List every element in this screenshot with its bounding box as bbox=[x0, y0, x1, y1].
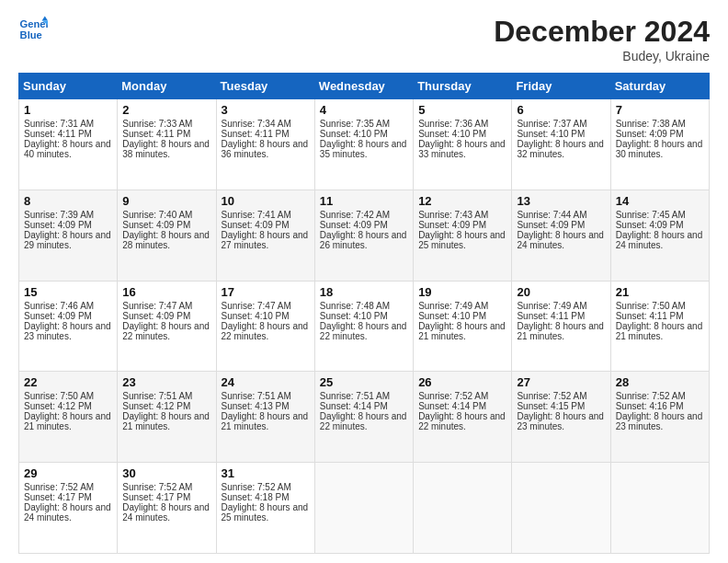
logo-icon: General Blue bbox=[18, 15, 48, 44]
daylight-text: Daylight: 8 hours and 21 minutes. bbox=[616, 321, 703, 341]
day-number: 18 bbox=[320, 285, 408, 299]
sunrise-text: Sunrise: 7:47 AM bbox=[222, 301, 291, 311]
daylight-text: Daylight: 8 hours and 23 minutes. bbox=[24, 321, 111, 341]
sunset-text: Sunset: 4:11 PM bbox=[517, 311, 585, 321]
svg-text:Blue: Blue bbox=[20, 29, 42, 40]
sunset-text: Sunset: 4:16 PM bbox=[616, 401, 684, 411]
sunrise-text: Sunrise: 7:39 AM bbox=[24, 210, 94, 220]
main-title: December 2024 bbox=[494, 15, 710, 49]
sunrise-text: Sunrise: 7:36 AM bbox=[418, 119, 488, 129]
sunset-text: Sunset: 4:15 PM bbox=[517, 401, 585, 411]
day-number: 2 bbox=[122, 103, 210, 117]
day-number: 7 bbox=[616, 103, 704, 117]
calendar-table: SundayMondayTuesdayWednesdayThursdayFrid… bbox=[18, 73, 710, 554]
day-number: 16 bbox=[122, 285, 210, 299]
calendar-cell: 28Sunrise: 7:52 AMSunset: 4:16 PMDayligh… bbox=[610, 372, 709, 463]
calendar-cell: 15Sunrise: 7:46 AMSunset: 4:09 PMDayligh… bbox=[19, 281, 118, 372]
day-number: 17 bbox=[222, 285, 310, 299]
sunset-text: Sunset: 4:11 PM bbox=[24, 129, 92, 139]
daylight-text: Daylight: 8 hours and 22 minutes. bbox=[320, 321, 407, 341]
sunrise-text: Sunrise: 7:35 AM bbox=[320, 119, 390, 129]
daylight-text: Daylight: 8 hours and 24 minutes. bbox=[122, 502, 210, 523]
calendar-cell: 11Sunrise: 7:42 AMSunset: 4:09 PMDayligh… bbox=[314, 190, 413, 281]
logo: General Blue bbox=[18, 15, 48, 44]
sunset-text: Sunset: 4:09 PM bbox=[222, 220, 290, 230]
calendar-cell: 5Sunrise: 7:36 AMSunset: 4:10 PMDaylight… bbox=[414, 99, 512, 190]
col-header-monday: Monday bbox=[118, 74, 216, 99]
day-number: 26 bbox=[418, 375, 506, 389]
day-number: 19 bbox=[418, 285, 506, 299]
daylight-text: Daylight: 8 hours and 22 minutes. bbox=[320, 411, 407, 431]
day-number: 27 bbox=[517, 375, 605, 389]
sunrise-text: Sunrise: 7:48 AM bbox=[320, 301, 390, 311]
sunrise-text: Sunrise: 7:41 AM bbox=[222, 210, 291, 220]
day-number: 29 bbox=[24, 466, 112, 480]
daylight-text: Daylight: 8 hours and 24 minutes. bbox=[24, 502, 111, 523]
sunset-text: Sunset: 4:10 PM bbox=[418, 311, 486, 321]
sunset-text: Sunset: 4:09 PM bbox=[418, 220, 486, 230]
sunrise-text: Sunrise: 7:47 AM bbox=[122, 301, 192, 311]
day-number: 14 bbox=[616, 194, 704, 208]
title-block: December 2024 Budey, Ukraine bbox=[494, 15, 710, 63]
sunrise-text: Sunrise: 7:51 AM bbox=[122, 391, 192, 401]
day-number: 10 bbox=[222, 194, 310, 208]
sunrise-text: Sunrise: 7:50 AM bbox=[616, 301, 686, 311]
calendar-cell: 19Sunrise: 7:49 AMSunset: 4:10 PMDayligh… bbox=[414, 281, 512, 372]
sunrise-text: Sunrise: 7:42 AM bbox=[320, 210, 390, 220]
daylight-text: Daylight: 8 hours and 32 minutes. bbox=[517, 139, 604, 159]
sunset-text: Sunset: 4:17 PM bbox=[24, 492, 92, 502]
day-number: 22 bbox=[24, 375, 112, 389]
day-number: 5 bbox=[418, 103, 506, 117]
calendar-cell: 8Sunrise: 7:39 AMSunset: 4:09 PMDaylight… bbox=[19, 190, 118, 281]
sunset-text: Sunset: 4:14 PM bbox=[418, 401, 486, 411]
daylight-text: Daylight: 8 hours and 24 minutes. bbox=[517, 230, 604, 250]
daylight-text: Daylight: 8 hours and 23 minutes. bbox=[616, 411, 703, 431]
day-number: 23 bbox=[122, 375, 210, 389]
day-number: 6 bbox=[517, 103, 605, 117]
sunset-text: Sunset: 4:09 PM bbox=[24, 311, 92, 321]
sunset-text: Sunset: 4:18 PM bbox=[222, 492, 290, 502]
col-header-thursday: Thursday bbox=[414, 74, 512, 99]
day-number: 4 bbox=[320, 103, 408, 117]
daylight-text: Daylight: 8 hours and 24 minutes. bbox=[616, 230, 703, 250]
sunrise-text: Sunrise: 7:33 AM bbox=[122, 119, 192, 129]
day-number: 8 bbox=[24, 194, 112, 208]
sunrise-text: Sunrise: 7:45 AM bbox=[616, 210, 686, 220]
calendar-cell: 23Sunrise: 7:51 AMSunset: 4:12 PMDayligh… bbox=[118, 372, 216, 463]
calendar-cell: 12Sunrise: 7:43 AMSunset: 4:09 PMDayligh… bbox=[414, 190, 512, 281]
calendar-cell: 20Sunrise: 7:49 AMSunset: 4:11 PMDayligh… bbox=[512, 281, 610, 372]
col-header-wednesday: Wednesday bbox=[314, 74, 413, 99]
day-number: 20 bbox=[517, 285, 605, 299]
sunset-text: Sunset: 4:11 PM bbox=[222, 129, 290, 139]
daylight-text: Daylight: 8 hours and 25 minutes. bbox=[418, 230, 506, 250]
day-number: 12 bbox=[418, 194, 506, 208]
day-number: 24 bbox=[222, 375, 310, 389]
sunset-text: Sunset: 4:10 PM bbox=[517, 129, 585, 139]
week-row-1: 1Sunrise: 7:31 AMSunset: 4:11 PMDaylight… bbox=[19, 99, 710, 190]
daylight-text: Daylight: 8 hours and 30 minutes. bbox=[616, 139, 703, 159]
daylight-text: Daylight: 8 hours and 21 minutes. bbox=[517, 321, 604, 341]
daylight-text: Daylight: 8 hours and 28 minutes. bbox=[122, 230, 210, 250]
day-number: 25 bbox=[320, 375, 408, 389]
sunrise-text: Sunrise: 7:34 AM bbox=[222, 119, 291, 129]
sunset-text: Sunset: 4:10 PM bbox=[320, 129, 388, 139]
sunrise-text: Sunrise: 7:52 AM bbox=[616, 391, 686, 401]
col-header-tuesday: Tuesday bbox=[216, 74, 314, 99]
sunset-text: Sunset: 4:10 PM bbox=[320, 311, 388, 321]
calendar-cell: 1Sunrise: 7:31 AMSunset: 4:11 PMDaylight… bbox=[19, 99, 118, 190]
daylight-text: Daylight: 8 hours and 21 minutes. bbox=[24, 411, 111, 431]
col-header-friday: Friday bbox=[512, 74, 610, 99]
sunset-text: Sunset: 4:11 PM bbox=[122, 129, 190, 139]
sunrise-text: Sunrise: 7:52 AM bbox=[222, 482, 291, 492]
sunset-text: Sunset: 4:09 PM bbox=[122, 220, 190, 230]
calendar-cell: 9Sunrise: 7:40 AMSunset: 4:09 PMDaylight… bbox=[118, 190, 216, 281]
calendar-cell: 21Sunrise: 7:50 AMSunset: 4:11 PMDayligh… bbox=[610, 281, 709, 372]
sunset-text: Sunset: 4:09 PM bbox=[616, 129, 684, 139]
calendar-cell bbox=[610, 463, 709, 554]
calendar-cell: 27Sunrise: 7:52 AMSunset: 4:15 PMDayligh… bbox=[512, 372, 610, 463]
sunrise-text: Sunrise: 7:44 AM bbox=[517, 210, 586, 220]
sunrise-text: Sunrise: 7:38 AM bbox=[616, 119, 686, 129]
sunrise-text: Sunrise: 7:52 AM bbox=[24, 482, 94, 492]
sunset-text: Sunset: 4:12 PM bbox=[122, 401, 190, 411]
calendar-cell: 31Sunrise: 7:52 AMSunset: 4:18 PMDayligh… bbox=[216, 463, 314, 554]
